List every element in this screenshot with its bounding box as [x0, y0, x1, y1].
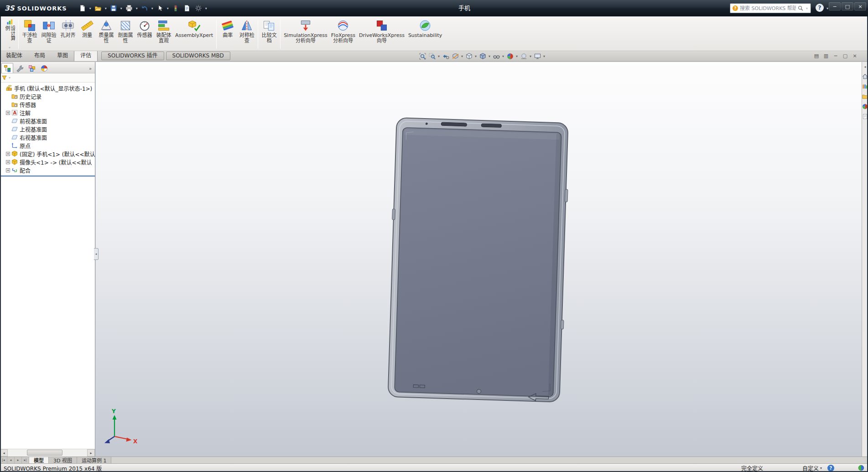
open-dropdown-icon[interactable]: ▾	[104, 6, 108, 10]
save-dropdown-icon[interactable]: ▾	[120, 6, 123, 10]
custom-label[interactable]: 自定义	[802, 464, 819, 472]
tree-item[interactable]: +A注解	[0, 109, 95, 117]
last-tab-button[interactable]: ▸|	[22, 457, 29, 463]
status-help-icon[interactable]: ?	[827, 465, 834, 472]
apply-scene-dropdown-icon[interactable]: ▾	[529, 54, 532, 58]
pane-right-button[interactable]: ▥	[822, 52, 830, 60]
tab-assembly[interactable]: 装配体	[0, 51, 28, 61]
assemblyxpert-button[interactable]: AssemblyXpert	[173, 17, 215, 51]
rebuild-button[interactable]	[170, 3, 181, 14]
search-icon[interactable]	[797, 5, 804, 11]
doc-restore-button[interactable]: ▢	[841, 52, 849, 60]
displaymanager-tab[interactable]	[38, 63, 50, 73]
pane-left-button[interactable]: ▤	[812, 52, 821, 60]
propertymanager-tab[interactable]	[14, 63, 26, 73]
zoom-to-area-button[interactable]	[427, 52, 437, 61]
tree-item[interactable]: 历史记录	[0, 92, 95, 100]
undo-button[interactable]	[139, 3, 150, 14]
tree-item[interactable]: 传感器	[0, 100, 95, 109]
sustainability-button[interactable]: Sustainability	[406, 17, 444, 51]
status-sphere-icon[interactable]	[858, 465, 864, 471]
measure-button[interactable]: 测量	[78, 17, 97, 51]
tree-item[interactable]: 上视基准面	[0, 125, 95, 133]
tab-model[interactable]: 模型	[29, 457, 49, 463]
graphics-area[interactable]: Y X	[96, 62, 862, 456]
scroll-right-button[interactable]: ▸	[87, 449, 95, 456]
print-button[interactable]	[124, 3, 135, 14]
tree-item[interactable]: +(固定) 手机<1> (默认<<默认_	[0, 150, 95, 158]
assembly-visual-button[interactable]: 装配体直观	[154, 17, 173, 51]
view-settings-dropdown-icon[interactable]: ▾	[542, 54, 546, 58]
apply-scene-button[interactable]	[519, 52, 528, 61]
section-view-button[interactable]	[451, 52, 460, 61]
zoom-to-area-dropdown-icon[interactable]: ▾	[437, 54, 441, 58]
phone-model[interactable]: Y X	[96, 62, 862, 456]
hole-align-button[interactable]: 孔对齐	[58, 17, 78, 51]
prev-tab-button[interactable]: ◂	[7, 457, 15, 463]
filter-dropdown-icon[interactable]: ▾	[8, 76, 11, 80]
interference-button[interactable]: 干涉检查	[20, 17, 39, 51]
tab-sketch[interactable]: 草图	[51, 51, 74, 61]
hide-show-items-button[interactable]	[492, 52, 501, 61]
driveworks-button[interactable]: DriveWorksXpress向导	[357, 17, 406, 51]
view-orientation-button[interactable]	[464, 52, 473, 61]
doc-minimize-button[interactable]: −	[832, 52, 840, 60]
zoom-to-fit-button[interactable]	[418, 52, 427, 61]
featuremanager-tree-tab[interactable]	[1, 63, 13, 73]
tab-3d-views[interactable]: 3D 视图	[49, 457, 77, 463]
scroll-left-button[interactable]: ◂	[0, 449, 8, 456]
display-style-dropdown-icon[interactable]: ▾	[488, 54, 491, 58]
mass-button[interactable]: 质量属性	[97, 17, 116, 51]
tree-item[interactable]: 原点	[0, 141, 95, 150]
design-study-dropdown-icon[interactable]: ▾	[8, 46, 11, 50]
close-button[interactable]: ×	[854, 2, 866, 10]
search-input[interactable]	[740, 5, 796, 11]
options-button[interactable]	[193, 3, 204, 14]
tab-evaluate[interactable]: 评估	[74, 51, 98, 61]
select-button[interactable]	[155, 3, 166, 14]
options-dropdown-icon[interactable]: ▾	[204, 6, 208, 10]
scrollbar-thumb[interactable]	[27, 450, 62, 456]
minimize-button[interactable]: −	[829, 2, 841, 10]
clearance-button[interactable]: 间隙验证	[39, 17, 58, 51]
simulationxpress-button[interactable]: SimulationXpress分析向导	[282, 17, 329, 51]
open-button[interactable]	[93, 3, 104, 14]
status-dropdown-icon[interactable]: ▾	[820, 466, 822, 470]
tab-layout[interactable]: 布局	[28, 51, 51, 61]
next-tab-button[interactable]: ▸	[15, 457, 22, 463]
file-properties-button[interactable]	[182, 3, 192, 14]
view-settings-button[interactable]	[533, 52, 542, 61]
tree-item[interactable]: +配合	[0, 166, 95, 174]
symmetry-button[interactable]: 对称检查	[237, 17, 256, 51]
design-study-button[interactable]: 设计算例▾	[2, 17, 17, 51]
scrollbar-track[interactable]	[8, 449, 87, 456]
tree-item[interactable]: 前视基准面	[0, 117, 95, 125]
save-button[interactable]	[108, 3, 119, 14]
tab-solidworks-addins[interactable]: SOLIDWORKS 插件	[101, 52, 164, 60]
panel-collapse-handle[interactable]: ◂	[94, 248, 99, 260]
sensor-button[interactable]: 传感器	[135, 17, 154, 51]
doc-close-button[interactable]: ×	[851, 52, 859, 60]
tree-item[interactable]: +摄像头<1> -> (默认<<默认	[0, 158, 95, 166]
expander-icon[interactable]: +	[6, 168, 10, 172]
previous-view-button[interactable]	[441, 52, 450, 61]
first-tab-button[interactable]: |◂	[0, 457, 7, 463]
expander-icon[interactable]: +	[6, 152, 10, 156]
tab-motion-study-1[interactable]: 运动算例 1	[77, 457, 112, 463]
search-dropdown-icon[interactable]: ▾	[805, 6, 809, 10]
display-style-button[interactable]	[478, 52, 487, 61]
expander-icon[interactable]: +	[6, 160, 10, 164]
edit-appearance-button[interactable]	[505, 52, 515, 61]
panel-tabs-overflow-icon[interactable]: »	[87, 66, 94, 73]
tree-item[interactable]: 右视基准面	[0, 133, 95, 141]
configurationmanager-tab[interactable]	[26, 63, 38, 73]
new-dropdown-icon[interactable]: ▾	[88, 6, 92, 10]
view-orientation-dropdown-icon[interactable]: ▾	[474, 54, 478, 58]
compare-button[interactable]: 比较文档	[260, 17, 279, 51]
expander-icon[interactable]: +	[6, 111, 10, 115]
filter-icon[interactable]	[1, 75, 7, 81]
new-button[interactable]	[77, 3, 88, 14]
task-pane-expand-icon[interactable]: ◂	[864, 65, 866, 69]
help-button[interactable]: ?	[816, 4, 824, 12]
section-view-dropdown-icon[interactable]: ▾	[460, 54, 464, 58]
